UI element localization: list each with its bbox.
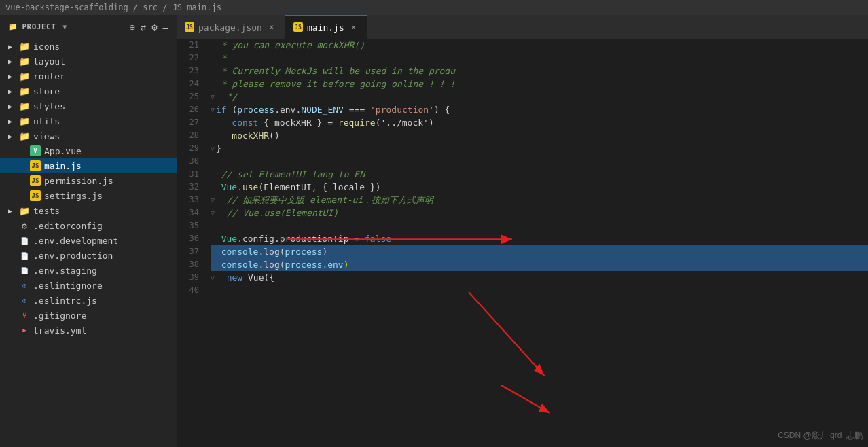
code-line-37: console.log(process) bbox=[211, 245, 868, 258]
editor-area: JS package.json × JS main.js × 212223242… bbox=[177, 15, 868, 447]
collapse-icon[interactable]: — bbox=[163, 22, 168, 33]
sidebar-header-icons: ⊕ ⇄ ⚙ — bbox=[129, 22, 168, 33]
code-line-40 bbox=[211, 284, 868, 297]
fold-arrow[interactable]: ▽ bbox=[211, 103, 215, 116]
title-path: vue-backstage-scaffolding / src / JS mai… bbox=[5, 3, 221, 12]
item-label: icons bbox=[33, 41, 60, 52]
item-label: store bbox=[33, 86, 60, 96]
sidebar-item-layout[interactable]: ▶📁layout bbox=[0, 54, 177, 69]
item-label: App.vue bbox=[44, 146, 82, 156]
sidebar-item-store[interactable]: ▶📁store bbox=[0, 84, 177, 99]
code-line-30 bbox=[211, 155, 868, 168]
sidebar-item-main-js[interactable]: JSmain.js bbox=[0, 158, 177, 173]
line-number-23: 23 bbox=[182, 65, 199, 77]
code-line-39: ▽ new Vue({ bbox=[211, 271, 868, 284]
js-file-icon: JS bbox=[293, 22, 303, 32]
sidebar-item-app-vue[interactable]: VApp.vue bbox=[0, 143, 177, 158]
sidebar-item--eslintignore[interactable]: ⊙.eslintignore bbox=[0, 278, 177, 293]
js-icon: JS bbox=[30, 160, 41, 171]
folder-icon: 📁 bbox=[19, 131, 30, 141]
code-editor[interactable]: 2122232425262728293031323334353637383940… bbox=[177, 39, 868, 447]
tab-main-js-close[interactable]: × bbox=[348, 22, 359, 33]
fold-arrow[interactable]: ▽ bbox=[211, 194, 215, 207]
fold-arrow[interactable]: ▽ bbox=[211, 142, 215, 155]
env-icon: 📄 bbox=[19, 265, 30, 276]
env-icon: 📄 bbox=[19, 250, 30, 261]
line-number-22: 22 bbox=[182, 52, 199, 65]
fold-arrow[interactable]: ▽ bbox=[211, 90, 215, 103]
line-number-32: 32 bbox=[182, 181, 199, 194]
code-line-32: Vue.use(ElementUI, { locale }) bbox=[211, 181, 868, 194]
item-label: layout bbox=[33, 56, 65, 67]
code-line-23: * Currently MockJs will be used in the p… bbox=[211, 65, 868, 77]
item-label: settings.js bbox=[44, 191, 103, 201]
title-bar: vue-backstage-scaffolding / src / JS mai… bbox=[0, 0, 868, 15]
item-label: utils bbox=[33, 116, 60, 126]
line-number-38: 38 bbox=[182, 258, 199, 271]
sidebar-item-views[interactable]: ▶📁views bbox=[0, 128, 177, 143]
tab-package-json[interactable]: JS package.json × bbox=[177, 15, 285, 39]
sidebar-item--eslintrc-js[interactable]: ⊙.eslintrc.js bbox=[0, 293, 177, 308]
folder-arrow: ▶ bbox=[8, 132, 19, 140]
line-number-26: 26 bbox=[182, 103, 199, 116]
sidebar-item-styles[interactable]: ▶📁styles bbox=[0, 99, 177, 113]
code-line-31: // set ElementUI lang to EN bbox=[211, 168, 868, 181]
sidebar-tree: ▶📁icons▶📁layout▶📁router▶📁store▶📁styles▶📁… bbox=[0, 39, 177, 338]
code-line-29: ▽} bbox=[211, 142, 868, 155]
folder-arrow: ▶ bbox=[8, 118, 19, 125]
settings-icon[interactable]: ⚙ bbox=[151, 22, 157, 33]
line-number-36: 36 bbox=[182, 232, 199, 245]
gear-icon: ⚙ bbox=[19, 220, 30, 231]
line-number-28: 28 bbox=[182, 129, 199, 142]
fold-arrow[interactable]: ▽ bbox=[211, 271, 215, 284]
line-number-40: 40 bbox=[182, 284, 199, 297]
code-line-26: ▽if (process.env.NODE_ENV === 'productio… bbox=[211, 103, 868, 116]
sidebar-item--env-production[interactable]: 📄.env.production bbox=[0, 248, 177, 263]
js-icon: JS bbox=[30, 190, 41, 201]
sidebar-item-travis-yml[interactable]: ▶travis.yml bbox=[0, 323, 177, 338]
folder-icon: 📁 bbox=[19, 101, 30, 111]
fold-arrow[interactable]: ▽ bbox=[211, 207, 215, 219]
folder-icon: 📁 bbox=[19, 206, 30, 216]
code-line-27: const { mockXHR } = require('../mock') bbox=[211, 116, 868, 129]
line-number-24: 24 bbox=[182, 77, 199, 90]
item-label: .env.production bbox=[33, 251, 113, 261]
line-number-31: 31 bbox=[182, 168, 199, 181]
item-label: .env.development bbox=[33, 236, 118, 246]
sidebar-item-settings-js[interactable]: JSsettings.js bbox=[0, 188, 177, 203]
folder-icon: 📁 bbox=[19, 71, 30, 82]
code-content[interactable]: * you can execute mockXHR() * * Currentl… bbox=[207, 39, 868, 447]
sidebar-header: 📁 PROJECT ▼ ⊕ ⇄ ⚙ — bbox=[0, 15, 177, 39]
tab-package-json-label: package.json bbox=[198, 22, 262, 33]
line-number-27: 27 bbox=[182, 116, 199, 129]
sidebar-item--env-development[interactable]: 📄.env.development bbox=[0, 233, 177, 248]
sidebar: 📁 PROJECT ▼ ⊕ ⇄ ⚙ — ▶📁icons▶📁layout▶📁rou… bbox=[0, 15, 177, 447]
folder-icon: 📁 bbox=[19, 116, 30, 126]
sidebar-item--env-staging[interactable]: 📄.env.staging bbox=[0, 263, 177, 278]
sidebar-item-tests[interactable]: ▶📁tests bbox=[0, 203, 177, 218]
item-label: travis.yml bbox=[33, 325, 86, 336]
sidebar-item-utils[interactable]: ▶📁utils bbox=[0, 113, 177, 128]
js-icon: JS bbox=[30, 175, 41, 186]
sync-icon[interactable]: ⇄ bbox=[141, 22, 146, 33]
tab-main-js[interactable]: JS main.js × bbox=[285, 15, 367, 39]
line-number-25: 25 bbox=[182, 90, 199, 103]
sidebar-item-icons[interactable]: ▶📁icons bbox=[0, 39, 177, 54]
sidebar-item-permission-js[interactable]: JSpermission.js bbox=[0, 173, 177, 188]
item-label: styles bbox=[33, 101, 65, 111]
tab-package-json-close[interactable]: × bbox=[266, 22, 277, 33]
line-number-30: 30 bbox=[182, 155, 199, 168]
eslint-icon: ⊙ bbox=[19, 295, 30, 306]
tab-main-js-label: main.js bbox=[307, 22, 344, 33]
line-number-35: 35 bbox=[182, 219, 199, 232]
folder-arrow: ▶ bbox=[8, 207, 19, 215]
editor-wrapper: 2122232425262728293031323334353637383940… bbox=[177, 39, 868, 447]
globe-icon[interactable]: ⊕ bbox=[129, 22, 134, 33]
code-line-28: mockXHR() bbox=[211, 129, 868, 142]
main-layout: 📁 PROJECT ▼ ⊕ ⇄ ⚙ — ▶📁icons▶📁layout▶📁rou… bbox=[0, 15, 868, 447]
sidebar-item--gitignore[interactable]: ⑂.gitignore bbox=[0, 308, 177, 323]
sidebar-item-router[interactable]: ▶📁router bbox=[0, 69, 177, 84]
folder-icon: 📁 bbox=[19, 56, 30, 67]
folder-arrow: ▶ bbox=[8, 43, 19, 50]
sidebar-item--editorconfig[interactable]: ⚙.editorconfig bbox=[0, 218, 177, 233]
